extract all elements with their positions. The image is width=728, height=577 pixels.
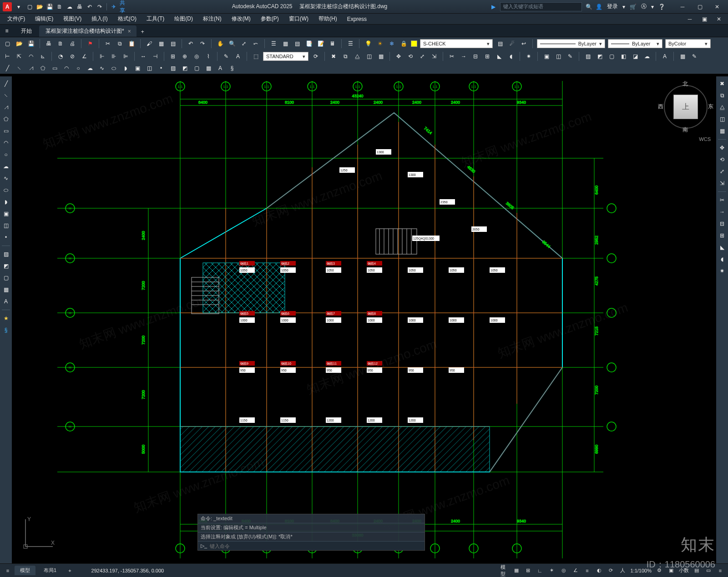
scale-tool[interactable]: ⤢ <box>718 167 727 176</box>
fillet-tool[interactable]: ◖ <box>718 255 727 264</box>
move-tool[interactable]: ✥ <box>718 143 727 152</box>
move-icon[interactable]: ✥ <box>394 52 403 61</box>
layout-menu-icon[interactable]: ≡ <box>4 567 12 575</box>
menu-help[interactable]: 帮助(H) <box>314 14 342 24</box>
open-file-icon[interactable]: 📂 <box>15 39 24 48</box>
layer-states-icon[interactable]: ▤ <box>495 39 505 48</box>
customize-icon[interactable]: ≡ <box>716 567 724 575</box>
new-icon[interactable]: ▢ <box>25 3 34 11</box>
preview-icon[interactable]: 🗎 <box>56 39 65 48</box>
save-file-icon[interactable]: 💾 <box>26 39 35 48</box>
erase-icon[interactable]: ✖ <box>329 52 338 61</box>
menu-parametric[interactable]: 参数(P) <box>256 14 283 24</box>
otrack-toggle-icon[interactable]: ∠ <box>571 567 580 575</box>
trim-icon[interactable]: ✂ <box>447 52 456 61</box>
insert2-icon[interactable]: ▣ <box>133 64 142 73</box>
dim-space-icon[interactable]: ↔ <box>139 52 148 61</box>
stretch-tool[interactable]: ⇲ <box>718 179 727 188</box>
dim-quick-icon[interactable]: ⊩ <box>97 52 106 61</box>
spline-icon[interactable]: ∿ <box>97 64 106 73</box>
cart-icon[interactable]: 🛒 <box>630 4 637 10</box>
menu-express[interactable]: Express <box>343 15 371 23</box>
jogged-icon[interactable]: ⌇ <box>204 52 213 61</box>
circle-tool-icon[interactable]: ○ <box>74 64 83 73</box>
revcloud2-icon[interactable]: ☁ <box>86 64 95 73</box>
copy-icon[interactable]: ⧉ <box>115 39 124 48</box>
point-tool[interactable]: • <box>1 233 10 242</box>
dim-edit-icon[interactable]: ✎ <box>222 52 231 61</box>
tab-close-icon[interactable]: × <box>128 28 131 35</box>
dc-icon[interactable]: ▦ <box>281 39 290 48</box>
publish-icon[interactable]: 🖨 <box>68 39 77 48</box>
layer-prop-icon[interactable]: ☰ <box>346 39 355 48</box>
command-line[interactable]: 命令: _textedit 当前设置: 编辑模式 = Multiple 选择注释… <box>197 514 425 551</box>
layer-freeze-icon[interactable]: ❄ <box>387 39 396 48</box>
lwt-toggle-icon[interactable]: ≡ <box>583 567 592 575</box>
gradient2-icon[interactable]: ◩ <box>180 64 189 73</box>
wipeout-icon[interactable]: ◪ <box>631 52 640 61</box>
tab-start[interactable]: 开始 <box>15 25 38 37</box>
layout-add-button[interactable]: + <box>65 567 75 575</box>
web-open-icon[interactable]: ☁ <box>66 3 74 11</box>
print-icon[interactable]: 🖶 <box>44 39 53 48</box>
transparency-toggle-icon[interactable]: ◐ <box>595 567 603 575</box>
join-icon[interactable]: ⊞ <box>483 52 492 61</box>
dim-diameter-icon[interactable]: ⊘ <box>68 52 77 61</box>
osnap-toggle-icon[interactable]: ◎ <box>560 567 568 575</box>
new-file-icon[interactable]: ▢ <box>3 39 12 48</box>
dim-arc-icon[interactable]: ◠ <box>26 52 35 61</box>
text-icon[interactable]: A <box>660 52 669 61</box>
model-tab[interactable]: 模型 <box>15 566 35 575</box>
rect-tool[interactable]: ▭ <box>1 126 10 135</box>
menu-tools[interactable]: 工具(T) <box>142 14 169 24</box>
addselected-tool[interactable]: ★ <box>1 314 10 323</box>
saveas-icon[interactable]: 🗎 <box>56 3 64 11</box>
menu-draw[interactable]: 绘图(D) <box>170 14 197 24</box>
table-tool[interactable]: ▦ <box>1 285 10 294</box>
units-readout[interactable]: 小数 <box>679 567 689 574</box>
revcloud-tool[interactable]: ☁ <box>1 162 10 171</box>
rotate-icon[interactable]: ⟲ <box>406 52 415 61</box>
menu-modify[interactable]: 修改(M) <box>227 14 255 24</box>
extend-tool[interactable]: → <box>718 207 727 216</box>
snap-toggle-icon[interactable]: ⊞ <box>524 567 532 575</box>
dim-continue-icon[interactable]: ⊫ <box>121 52 130 61</box>
linetype-combo[interactable]: ByLayer ▾ <box>537 39 605 48</box>
dim-aligned-icon[interactable]: ⇱ <box>15 52 24 61</box>
sheetset-icon[interactable]: 📑 <box>304 39 313 48</box>
match-prop-icon[interactable]: 🖌 <box>145 39 154 48</box>
offset-icon[interactable]: ◫ <box>364 52 374 61</box>
layer-sun-icon[interactable]: ☀ <box>375 39 384 48</box>
maximize-button[interactable]: ▢ <box>692 1 708 12</box>
dim-tedit-icon[interactable]: A <box>233 52 243 61</box>
make-block-icon[interactable]: ◫ <box>145 64 154 73</box>
layer-prev-icon[interactable]: ↩ <box>519 39 528 48</box>
dim-break-icon[interactable]: ⊣ <box>151 52 160 61</box>
construction-line-icon[interactable]: ⟍ <box>15 64 24 73</box>
share-icon[interactable]: ✈ <box>110 3 118 11</box>
join-tool[interactable]: ⊞ <box>718 231 727 240</box>
dim-baseline-icon[interactable]: ⊪ <box>109 52 118 61</box>
scale-icon[interactable]: ⤢ <box>418 52 427 61</box>
search-input[interactable]: 键入关键字或短语 <box>500 2 582 11</box>
annoscale-icon[interactable]: 人 <box>619 567 627 575</box>
undo2-icon[interactable]: ↶ <box>186 39 195 48</box>
fillet-icon[interactable]: ◖ <box>506 52 516 61</box>
layer-iso-icon[interactable]: ☄ <box>507 39 516 48</box>
trim-tool[interactable]: ✂ <box>718 196 727 205</box>
app-logo[interactable]: A <box>3 2 12 11</box>
clean-screen-icon[interactable]: ▭ <box>704 567 713 575</box>
gear-icon[interactable]: ⚙ <box>655 567 663 575</box>
extend-icon[interactable]: → <box>459 52 468 61</box>
minimize-button[interactable]: ─ <box>674 1 691 12</box>
layer-bulb-icon[interactable]: 💡 <box>364 39 373 48</box>
dim-ordinate-icon[interactable]: ⊾ <box>38 52 47 61</box>
copy2-icon[interactable]: ⧉ <box>341 52 350 61</box>
layer-combo[interactable]: S-CHECK ▾ <box>420 39 493 48</box>
isoplane-icon[interactable]: ▣ <box>667 567 675 575</box>
search-icon[interactable]: 🔍 <box>585 3 593 11</box>
dimstyle-icon[interactable]: ⬚ <box>251 52 260 61</box>
rotate-tool[interactable]: ⟲ <box>718 155 727 164</box>
arc-tool-icon[interactable]: ◠ <box>62 64 71 73</box>
login-button[interactable]: 登录 <box>607 3 618 10</box>
